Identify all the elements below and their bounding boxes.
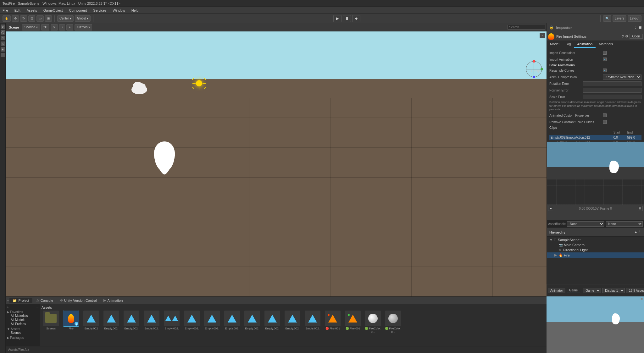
pause-button[interactable]: ⏸ — [343, 15, 351, 22]
proj-all-models[interactable]: All Models — [7, 318, 39, 322]
tool-transform[interactable]: ⊞ — [45, 15, 52, 22]
asset-firecolor-1[interactable]: 🟢 FireColor.0... — [364, 311, 382, 334]
scene-search[interactable] — [508, 25, 545, 30]
lock-icon[interactable]: 🔒 — [549, 25, 554, 30]
asset-empty-11[interactable]: Empty.002. — [283, 311, 302, 330]
tool-scale[interactable]: ⊡ — [28, 15, 35, 22]
menu-gameobject[interactable]: GameObject — [42, 8, 64, 13]
scene-btn-1[interactable]: ≡ — [540, 33, 545, 38]
sidebar-icon-5[interactable]: ⊞ — [1, 47, 5, 52]
toggle-2d[interactable]: 2D — [41, 24, 50, 30]
hier-fire[interactable]: ▶ 🔥 Fire — [547, 252, 644, 258]
animator-tab[interactable]: Animator — [548, 288, 565, 293]
proj-scenes[interactable]: Scenes — [7, 331, 39, 335]
sidebar-icon-4[interactable]: △ — [1, 41, 5, 46]
proj-all-prefabs[interactable]: All Prefabs — [7, 322, 39, 326]
bottom-add-btn[interactable]: + — [7, 299, 9, 302]
menu-component[interactable]: Component — [68, 8, 88, 13]
tab-project[interactable]: 📁 Project — [9, 298, 32, 303]
hier-samplescene[interactable]: ▼ ⚀ SampleScene* — [547, 237, 644, 242]
toggle-fx[interactable]: ✦ — [66, 24, 73, 30]
toggle-audio[interactable]: ♪ — [59, 24, 65, 30]
hierarchy-menu-btn[interactable]: ⋮ — [638, 230, 641, 234]
assets-section-header[interactable]: ▼ Assets — [7, 327, 39, 331]
import-settings-icon[interactable]: ⚙ — [625, 34, 628, 38]
tool-move[interactable]: ✛ — [12, 15, 19, 22]
import-animation-checkbox[interactable]: ✓ — [603, 58, 607, 61]
hierarchy-add-btn[interactable]: + — [635, 230, 637, 234]
anim-compression-select[interactable]: Keyframe Reduction — [603, 74, 641, 80]
tab-vcs[interactable]: ⊙ Unity Version Control — [57, 298, 100, 303]
hier-directional-light[interactable]: ☀ Directional Light — [547, 247, 644, 252]
tab-materials[interactable]: Materials — [596, 41, 616, 48]
sidebar-icon-3[interactable]: □ — [1, 36, 5, 40]
inspector-more-icon[interactable]: ⊞ — [639, 25, 641, 30]
asset-empty-12[interactable]: Empty.002. — [303, 311, 322, 330]
game-tab[interactable]: Game — [567, 288, 580, 293]
shading-dropdown[interactable]: Shaded ▾ — [22, 24, 40, 30]
asset-empty-2[interactable]: Empty.002. — [102, 311, 121, 330]
open-button[interactable]: Open — [630, 34, 643, 39]
tab-animation[interactable]: Animation — [574, 41, 596, 48]
play-button[interactable]: ▶ — [333, 15, 341, 22]
layout-dropdown[interactable]: Layout — [628, 15, 641, 22]
preview-play-btn[interactable]: ▶ — [548, 206, 553, 211]
game-dropdown[interactable]: Game — [583, 288, 601, 293]
asset-empty-1[interactable]: Empty.002 — [82, 311, 101, 330]
project-search[interactable]: ⋯ — [36, 306, 39, 309]
packages-header[interactable]: ▶ Packages — [7, 336, 39, 339]
asset-firecolor-2[interactable]: 🟢 FireColor.0... — [384, 311, 402, 334]
preview-zoom[interactable]: ⊞ — [638, 206, 643, 211]
step-button[interactable]: ⏭ — [352, 15, 360, 22]
tab-animation[interactable]: ▶ Animation — [100, 298, 126, 303]
tool-rotate[interactable]: ↻ — [20, 15, 27, 22]
import-help-icon[interactable]: ? — [622, 35, 624, 38]
navigation-gizmo[interactable]: Y X Z — [525, 60, 543, 79]
asset-empty-10[interactable]: Empty.002. — [263, 311, 282, 330]
remove-constant-checkbox[interactable] — [603, 120, 607, 124]
aspect-dropdown[interactable]: 16.9 Aspect — [626, 288, 644, 293]
tab-model[interactable]: Model — [547, 41, 563, 48]
rotation-error-input[interactable]: 0.5 — [583, 81, 641, 86]
pivot-dropdown[interactable]: Center ▾ — [57, 15, 74, 22]
asset-empty-6[interactable]: Empty.002. — [182, 311, 201, 330]
asset-empty-3[interactable]: Empty.002. — [122, 311, 141, 330]
menu-edit[interactable]: Edit — [13, 8, 22, 13]
scene-view[interactable]: Persp Y X Z — [6, 31, 547, 296]
menu-help[interactable]: Help — [130, 8, 140, 13]
project-add[interactable]: + — [7, 306, 9, 309]
asset-empty-8[interactable]: Empty.002. — [223, 311, 242, 330]
inspector-menu-icon[interactable]: ⋮ — [634, 25, 637, 30]
tab-console[interactable]: ⚠ Console — [33, 298, 56, 303]
sidebar-icon-1[interactable]: ⊕ — [1, 25, 5, 29]
asset-fire[interactable]: ⚙ Fire — [62, 311, 80, 330]
asset-bundle-variant-select[interactable]: None — [606, 221, 643, 227]
asset-fire-001b[interactable]: 🟢 Fire.001 — [343, 311, 362, 330]
menu-assets[interactable]: Assets — [25, 8, 38, 13]
asset-empty-5[interactable]: Empty.002. — [162, 311, 181, 330]
display-dropdown[interactable]: Display 1 — [602, 288, 625, 293]
favorites-header[interactable]: ▶ Favorites — [7, 310, 39, 314]
resample-curves-checkbox[interactable]: ✓ — [603, 69, 607, 72]
tool-hand[interactable]: ✋ — [3, 15, 11, 22]
menu-file[interactable]: File — [1, 8, 9, 13]
scale-error-input[interactable]: 0.5 — [583, 95, 641, 99]
toggle-lighting[interactable]: ☀ — [51, 24, 58, 30]
asset-empty-7[interactable]: Empty.002. — [203, 311, 221, 330]
gizmos-dropdown[interactable]: Gizmos ▾ — [75, 24, 92, 30]
layers-dropdown[interactable]: Layers — [613, 15, 626, 22]
sidebar-icon-6[interactable]: ⋯ — [1, 53, 5, 57]
asset-scenes[interactable]: Scenes — [42, 311, 60, 330]
hier-main-camera[interactable]: 📷 Main Camera — [547, 242, 644, 247]
position-error-input[interactable]: 0.5 — [583, 88, 641, 93]
animated-custom-props-checkbox[interactable] — [603, 113, 607, 117]
sidebar-icon-2[interactable]: ◯ — [1, 30, 5, 35]
asset-fire-001[interactable]: 🔴 Fire.001 — [323, 311, 342, 330]
game-view[interactable]: ▣ — [547, 296, 644, 353]
fire-blob-object[interactable] — [150, 138, 179, 177]
import-constraints-checkbox[interactable] — [603, 51, 607, 55]
proj-all-materials[interactable]: All Materials — [7, 314, 39, 318]
asset-bundle-select[interactable]: None — [567, 221, 604, 227]
menu-services[interactable]: Services — [92, 8, 108, 13]
asset-empty-4[interactable]: Empty.002. — [142, 311, 161, 330]
